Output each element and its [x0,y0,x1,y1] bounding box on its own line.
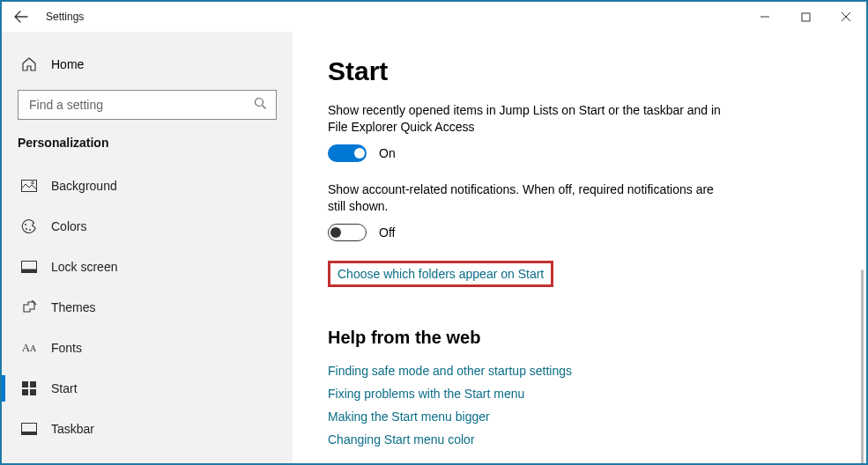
sidebar-item-start[interactable]: Start [2,368,293,409]
scrollbar[interactable] [861,269,864,463]
setting-account-desc: Show account-related notifications. When… [328,181,724,215]
svg-point-8 [29,229,31,231]
sidebar-item-lock-screen[interactable]: Lock screen [2,247,293,287]
toggle-jumplist-label: On [379,146,396,160]
svg-rect-16 [22,432,37,435]
help-links: Finding safe mode and other startup sett… [328,364,831,447]
back-arrow-icon [14,10,28,24]
help-section-title: Help from the web [328,328,831,348]
fonts-icon: AA [21,340,37,356]
svg-point-5 [32,181,34,184]
sidebar-item-themes[interactable]: Themes [2,287,293,328]
setting-jumplist-row: On [328,144,831,162]
minimize-button[interactable] [745,2,785,32]
home-label: Home [51,57,84,71]
sidebar: Home Personalization Background Colors [2,32,293,463]
help-link-start-color[interactable]: Changing Start menu color [328,432,831,447]
picture-icon [21,178,37,194]
svg-rect-11 [22,381,28,388]
help-link-fixing-start[interactable]: Fixing problems with the Start menu [328,387,831,401]
taskbar-icon [21,421,37,437]
sidebar-item-fonts[interactable]: AA Fonts [2,328,293,368]
svg-point-7 [26,228,27,230]
svg-rect-13 [22,389,28,395]
maximize-button[interactable] [785,2,826,32]
sidebar-item-taskbar[interactable]: Taskbar [2,409,293,449]
svg-rect-1 [802,13,810,21]
sidebar-item-label: Start [51,381,78,395]
sidebar-item-background[interactable]: Background [2,166,293,206]
palette-icon [21,218,37,234]
choose-folders-link[interactable]: Choose which folders appear on Start [328,261,553,287]
help-link-safe-mode[interactable]: Finding safe mode and other startup sett… [328,364,831,378]
sidebar-item-label: Colors [51,219,86,233]
svg-rect-10 [22,269,37,273]
setting-jumplist-desc: Show recently opened items in Jump Lists… [328,102,724,136]
maximize-icon [801,12,811,22]
svg-point-6 [25,224,26,225]
nav-list: Background Colors Lock screen Themes AA … [2,166,293,449]
sidebar-item-label: Fonts [51,341,82,355]
section-header: Personalization [2,136,293,166]
search-input[interactable] [27,97,254,113]
svg-rect-12 [30,381,36,388]
sidebar-item-label: Taskbar [51,422,94,436]
themes-icon [21,299,37,315]
back-button[interactable] [2,2,41,32]
sidebar-item-label: Lock screen [51,260,117,274]
settings-window: Settings Home [0,0,868,465]
search-icon [254,97,267,113]
start-icon [21,380,37,396]
home-icon [21,56,37,72]
titlebar: Settings [2,2,866,32]
window-controls [745,2,866,32]
lock-screen-icon [21,259,37,275]
svg-line-3 [263,106,266,109]
sidebar-item-label: Themes [51,300,96,314]
setting-account-row: Off [328,224,831,241]
home-button[interactable]: Home [2,49,293,79]
svg-point-2 [256,99,263,107]
close-icon [841,11,851,22]
toggle-account-label: Off [379,225,395,240]
page-title: Start [328,56,831,86]
minimize-icon [760,11,770,22]
toggle-account-notifications[interactable] [328,224,367,241]
search-box[interactable] [18,90,277,120]
content-pane: Start Show recently opened items in Jump… [293,32,866,463]
window-title: Settings [46,11,84,23]
svg-rect-14 [30,389,36,395]
help-link-bigger-start[interactable]: Making the Start menu bigger [328,410,831,424]
close-button[interactable] [826,2,866,32]
sidebar-item-label: Background [51,179,117,193]
toggle-jumplist[interactable] [328,144,367,162]
sidebar-item-colors[interactable]: Colors [2,206,293,247]
